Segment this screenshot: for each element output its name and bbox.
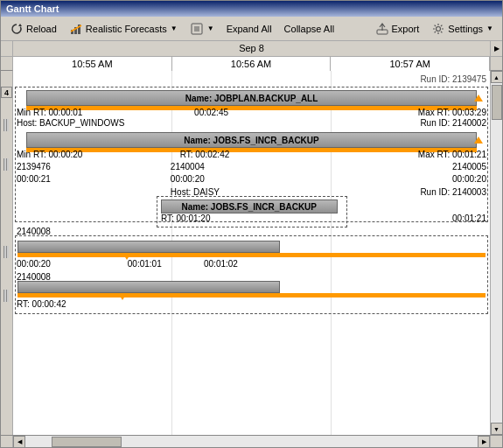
reload-label: Reload <box>26 24 57 34</box>
job2-max-rt: Max RT: 00:01:21 <box>418 150 486 159</box>
forecast-icon <box>69 22 83 36</box>
job3-max-rt: 00:01:21 <box>452 214 486 223</box>
realistic-forecasts-button[interactable]: Realistic Forecasts ▼ <box>64 19 183 38</box>
settings-button[interactable]: Settings ▼ <box>426 19 499 38</box>
job1-name-label: Name: JOBPLAN.BACKUP_ALL <box>185 94 318 103</box>
job1-host: Host: BACKUP_WINDOWS <box>17 118 124 128</box>
gantt-left-panel: 4 <box>1 71 13 435</box>
scroll-h-thumb[interactable] <box>52 437 122 447</box>
time-00-00-20c: 00:00:20 <box>17 259 51 269</box>
scroll-right-button[interactable]: ▶ <box>478 436 490 448</box>
time-label-3: 10:57 AM <box>389 59 430 69</box>
id-2140004: 2140004 <box>171 162 205 172</box>
window-title: Gantt Chart <box>6 4 59 14</box>
time-col-2: 10:56 AM <box>172 57 332 71</box>
reload-icon <box>10 22 24 36</box>
job1-min-rt: Min RT: 00:00:01 <box>17 108 82 117</box>
bottom-bar-2[interactable] <box>17 281 280 293</box>
job1-rt: 00:02:45 <box>194 108 228 117</box>
id-2140005: 2140005 <box>452 162 486 172</box>
svg-marker-0 <box>18 24 22 26</box>
id-2139476: 2139476 <box>17 162 51 172</box>
collapse-all-label: Collapse All <box>284 24 334 34</box>
job3-name-label: Name: JOBS.FS_INCR_BACKUP <box>182 202 317 212</box>
time-header: 10:55 AM 10:56 AM 10:57 AM <box>1 57 502 71</box>
job3-rt-label: RT: 00:01:20 <box>161 214 211 223</box>
export-button[interactable]: Export <box>370 19 425 38</box>
time-00-00-21a: 00:00:21 <box>17 174 51 184</box>
job1-orange-bar <box>26 106 477 110</box>
job1-triangle <box>474 94 483 102</box>
run-id-top: Run ID: 2139475 <box>420 74 486 84</box>
svg-point-7 <box>437 26 441 31</box>
collapse-all-button[interactable]: Collapse All <box>279 19 339 38</box>
drag-handle-4[interactable] <box>3 290 9 302</box>
realistic-forecasts-label: Realistic Forecasts <box>86 24 167 34</box>
job2-bar[interactable]: Name: JOBS.FS_INCR_BACKUP <box>26 132 477 148</box>
drag-handle-1[interactable] <box>3 119 9 131</box>
job1-run-id-2: Run ID: 2140002 <box>420 118 486 128</box>
time-col-3: 10:57 AM <box>331 57 490 71</box>
job2-min-rt: Min RT: 00:00:20 <box>17 150 82 159</box>
job1-bar[interactable]: Name: JOBPLAN.BACKUP_ALL <box>26 90 477 106</box>
job2-triangle <box>474 136 483 144</box>
gantt-window: Gantt Chart Reload Realistic Forecasts ▼… <box>0 0 503 448</box>
drag-handle-3[interactable] <box>3 246 9 258</box>
expand-icon <box>190 22 204 36</box>
title-bar: Gantt Chart <box>1 1 502 17</box>
job2-rt: RT: 00:02:42 <box>180 150 230 159</box>
scroll-thumb[interactable] <box>492 85 502 120</box>
settings-icon <box>431 22 445 36</box>
scroll-left-button[interactable]: ◀ <box>13 436 25 448</box>
gantt-container: Sep 8 ▶ 10:55 AM 10:56 AM 10:57 AM <box>1 41 502 447</box>
settings-dropdown-arrow: ▼ <box>486 24 493 32</box>
row-num-badge: 4 <box>1 87 13 98</box>
time-label-1: 10:55 AM <box>72 59 112 69</box>
time-00-00-20a: 00:00:20 <box>171 174 205 184</box>
scrollbar-right: ▲ ▼ <box>490 71 502 435</box>
job2-orange-bar <box>26 148 477 152</box>
time-col-1: 10:55 AM <box>13 57 172 71</box>
export-icon <box>375 22 389 36</box>
bottom-orange-1 <box>17 253 486 257</box>
bottom-bar-1[interactable] <box>17 241 280 253</box>
expand-all-label: Expand All <box>227 24 272 34</box>
time-label-2: 10:56 AM <box>231 59 271 69</box>
time-00-01-02: 00:01:02 <box>204 259 238 269</box>
scroll-h-track[interactable] <box>25 436 478 448</box>
job3-bar[interactable]: Name: JOBS.FS_INCR_BACKUP <box>161 200 338 214</box>
date-label: Sep 8 <box>239 43 264 53</box>
settings-label: Settings <box>448 24 483 34</box>
forecast-dropdown-arrow: ▼ <box>171 24 178 32</box>
reload-button[interactable]: Reload <box>4 19 62 38</box>
gantt-chart-area: Run ID: 2139475 Name: JOBPLAN.BACKUP_ALL <box>13 71 490 435</box>
expand-all-button[interactable]: Expand All <box>221 19 277 38</box>
job1-max-rt: Max RT: 00:03:29 <box>418 108 486 117</box>
expand-button-left[interactable]: ▼ <box>185 19 220 38</box>
gantt-body: 4 Run ID: 2139475 <box>1 71 502 435</box>
time-00-00-20b: 00:00:20 <box>452 174 486 184</box>
scrollbar-bottom: ◀ ▶ <box>1 435 502 447</box>
time-00-01-01: 00:01:01 <box>128 259 162 269</box>
scroll-up-button[interactable]: ▲ <box>491 71 503 83</box>
export-label: Export <box>392 24 420 34</box>
date-header: Sep 8 <box>13 41 490 57</box>
job2-name-label: Name: JOBS.FS_INCR_BACKUP <box>184 136 318 145</box>
expand-dropdown-arrow: ▼ <box>207 24 214 32</box>
bottom-orange-2 <box>17 293 486 298</box>
toolbar: Reload Realistic Forecasts ▼ ▼ Expand Al… <box>1 17 502 41</box>
rt-label-bottom: RT: 00:00:42 <box>17 299 66 309</box>
run-id-3: Run ID: 2140003 <box>420 187 486 197</box>
scroll-track[interactable] <box>491 83 503 423</box>
scroll-down-button[interactable]: ▼ <box>491 423 503 435</box>
drag-handle-2[interactable] <box>3 158 9 171</box>
